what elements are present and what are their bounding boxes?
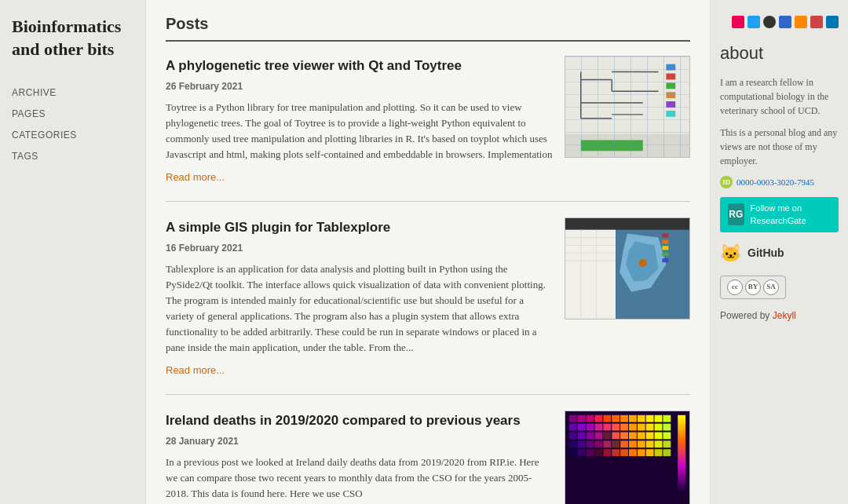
svg-rect-87 <box>569 450 577 457</box>
svg-rect-76 <box>578 441 586 448</box>
svg-rect-70 <box>629 433 637 440</box>
email-icon[interactable] <box>810 16 823 28</box>
read-more-link[interactable]: Read more... <box>166 171 225 183</box>
social-icon-7[interactable] <box>826 16 839 28</box>
svg-rect-13 <box>666 64 675 71</box>
right-sidebar: about I am a research fellow in computat… <box>711 0 848 504</box>
github-social-icon[interactable] <box>763 16 776 28</box>
svg-rect-99 <box>678 415 685 493</box>
svg-rect-89 <box>587 450 594 457</box>
svg-rect-0 <box>565 57 689 157</box>
left-sidebar: Bioinformatics and other bits ARCHIVE PA… <box>0 0 145 504</box>
jekyll-link[interactable]: Jekyll <box>773 310 796 321</box>
about-title: about <box>720 40 839 66</box>
svg-rect-64 <box>578 433 586 440</box>
post-excerpt: In a previous post we looked at Ireland … <box>166 455 553 502</box>
svg-rect-33 <box>662 234 668 238</box>
post-excerpt: Tablexplore is an application for data a… <box>166 261 553 356</box>
social-icons-bar <box>720 12 839 36</box>
svg-rect-79 <box>603 441 611 448</box>
svg-rect-61 <box>655 424 663 431</box>
svg-rect-91 <box>603 450 611 457</box>
github-label: GitHub <box>747 245 784 261</box>
researchgate-icon: RG <box>728 203 744 225</box>
post-title[interactable]: A phylogenetic tree viewer with Qt and T… <box>166 56 553 76</box>
post-title[interactable]: Ireland deaths in 2019/2020 compared to … <box>166 411 553 431</box>
svg-rect-85 <box>655 441 663 448</box>
post-text: A phylogenetic tree viewer with Qt and T… <box>166 56 553 185</box>
cc-sa-icon: SA <box>763 279 779 295</box>
svg-rect-97 <box>655 450 663 457</box>
svg-rect-16 <box>666 92 675 98</box>
github-link[interactable]: 🐱 GitHub <box>720 240 839 266</box>
svg-rect-52 <box>578 424 586 431</box>
svg-rect-86 <box>663 441 671 448</box>
post-item: A phylogenetic tree viewer with Qt and T… <box>166 56 690 202</box>
svg-rect-101 <box>612 441 620 448</box>
svg-rect-14 <box>666 74 675 80</box>
post-date: 26 February 2021 <box>166 79 553 93</box>
svg-rect-68 <box>612 433 620 440</box>
svg-rect-57 <box>620 424 628 431</box>
svg-rect-62 <box>663 424 671 431</box>
svg-rect-95 <box>638 450 645 457</box>
svg-rect-59 <box>638 424 645 431</box>
svg-rect-63 <box>569 433 577 440</box>
orcid-text[interactable]: 0000-0003-3020-7945 <box>737 176 814 189</box>
rss-icon[interactable] <box>795 16 807 28</box>
svg-rect-34 <box>662 240 668 244</box>
github-icon: 🐱 <box>720 240 741 266</box>
svg-rect-49 <box>655 415 663 422</box>
svg-rect-42 <box>595 415 603 422</box>
post-title[interactable]: A simple GIS plugin for Tablexplore <box>166 217 553 238</box>
post-image <box>565 411 690 504</box>
svg-rect-41 <box>587 415 594 422</box>
post-excerpt: Toytree is a Python library for tree man… <box>166 100 553 163</box>
sidebar-item-categories[interactable]: CATEGORIES <box>12 126 133 143</box>
svg-rect-56 <box>612 424 620 431</box>
powered-by: Powered by Jekyll <box>720 309 839 323</box>
twitter-icon[interactable] <box>747 16 760 28</box>
sidebar-item-tags[interactable]: TAGS <box>12 148 133 164</box>
social-icon-1[interactable] <box>732 16 744 28</box>
svg-rect-71 <box>638 433 645 440</box>
about-bio-1: I am a research fellow in computational … <box>720 75 839 118</box>
svg-rect-69 <box>620 433 628 440</box>
svg-rect-50 <box>663 415 671 422</box>
svg-rect-73 <box>655 433 663 440</box>
svg-rect-58 <box>629 424 637 431</box>
svg-rect-72 <box>646 433 654 440</box>
svg-rect-94 <box>629 450 637 457</box>
svg-rect-83 <box>638 441 645 448</box>
cc-by-icon: BY <box>745 279 761 295</box>
orcid-link[interactable]: ID 0000-0003-3020-7945 <box>720 176 839 189</box>
svg-rect-74 <box>663 433 671 440</box>
svg-rect-92 <box>612 450 620 457</box>
svg-rect-102 <box>595 450 604 457</box>
svg-rect-77 <box>587 441 594 448</box>
svg-rect-96 <box>646 450 654 457</box>
read-more-link[interactable]: Read more... <box>166 364 225 376</box>
svg-rect-43 <box>603 415 611 422</box>
svg-rect-53 <box>587 424 594 431</box>
post-item: A simple GIS plugin for Tablexplore 16 F… <box>166 217 690 395</box>
cc-icon: cc <box>727 279 743 295</box>
social-icon-4[interactable] <box>779 16 791 28</box>
post-text: A simple GIS plugin for Tablexplore 16 F… <box>166 217 553 378</box>
svg-rect-36 <box>662 252 668 256</box>
svg-rect-78 <box>595 441 603 448</box>
svg-rect-60 <box>646 424 654 431</box>
post-date: 28 January 2021 <box>166 434 553 448</box>
svg-rect-66 <box>595 433 603 440</box>
svg-rect-55 <box>603 424 611 431</box>
researchgate-button[interactable]: RG Follow me on ResearchGate <box>720 197 839 232</box>
svg-rect-35 <box>662 246 668 250</box>
svg-rect-48 <box>646 415 654 422</box>
svg-rect-18 <box>666 111 675 117</box>
sidebar-item-pages[interactable]: PAGES <box>12 105 133 122</box>
post-text: Ireland deaths in 2019/2020 compared to … <box>166 411 553 504</box>
svg-rect-37 <box>662 258 668 262</box>
sidebar-item-archive[interactable]: ARCHIVE <box>12 84 133 100</box>
svg-rect-17 <box>666 101 675 108</box>
about-bio-2: This is a personal blog and any views ar… <box>720 126 839 168</box>
